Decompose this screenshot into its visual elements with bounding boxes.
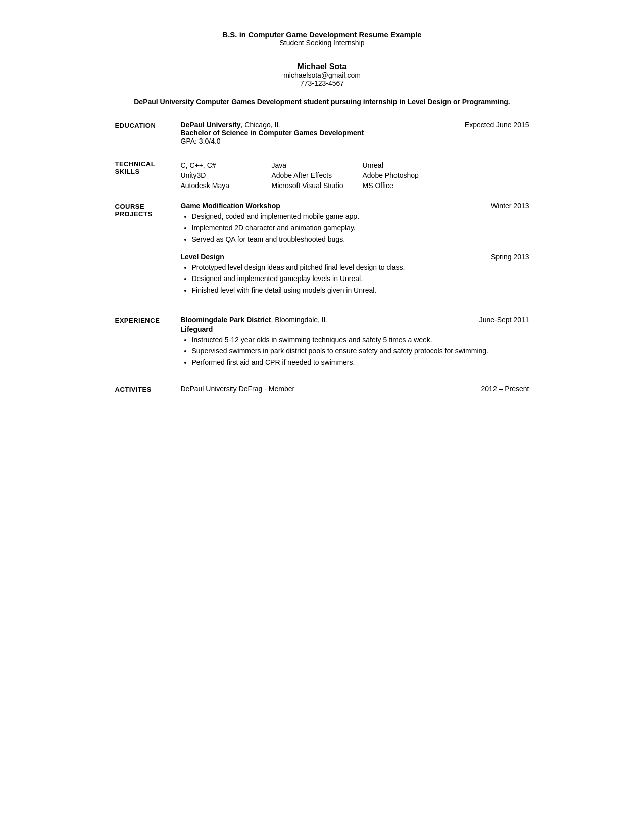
skill-java: Java [272,161,363,169]
candidate-email: michaelsota@gmail.com [115,71,529,79]
project-bullet-2-2: Designed and implemented gameplay levels… [192,274,529,284]
project-title-1: Game Modification Workshop [181,202,280,210]
project-date-1: Winter 2013 [491,202,529,210]
exp-bullets: Instructed 5-12 year olds in swimming te… [181,335,529,368]
skill-aftereffects: Adobe After Effects [272,171,363,179]
edu-school: DePaul University, Chicago, IL [181,121,281,129]
resume-page: B.S. in Computer Game Development Resume… [95,0,550,834]
project-bullets-2: Prototyped level design ideas and pitche… [181,263,529,296]
exp-job-title: Lifeguard [181,325,529,333]
skill-photoshop: Adobe Photoshop [363,171,454,179]
skill-unity: Unity3D [181,171,272,179]
skills-section: TECHNICAL SKILLS C, C++, C# Unity3D Auto… [115,159,529,190]
project-header-1: Game Modification Workshop Winter 2013 [181,202,529,210]
skills-col-2: Java Adobe After Effects Microsoft Visua… [272,161,363,190]
edu-gpa: GPA: 3.0/4.0 [181,137,529,145]
project-entry-2: Level Design Spring 2013 Prototyped leve… [181,253,529,296]
objective-section: DePaul University Computer Games Develop… [115,98,529,106]
exp-date: June-Sept 2011 [479,316,529,324]
activity-date-1: 2012 – Present [481,385,529,393]
candidate-name: Michael Sota [115,62,529,71]
exp-company: Bloomingdale Park District, Bloomingdale… [181,316,328,324]
skill-maya: Autodesk Maya [181,181,272,190]
education-section: EDUCATION DePaul University, Chicago, IL… [115,121,529,147]
activities-content: DePaul University DeFrag - Member 2012 –… [181,385,529,393]
exp-bullet-3: Performed first aid and CPR if needed to… [192,358,529,368]
skills-label: TECHNICAL SKILLS [115,159,181,190]
skills-label-line2: SKILLS [115,168,181,175]
experience-entry: Bloomingdale Park District, Bloomingdale… [181,316,529,368]
skills-col-1: C, C++, C# Unity3D Autodesk Maya [181,161,272,190]
projects-content: Game Modification Workshop Winter 2013 D… [181,202,529,304]
skills-grid: C, C++, C# Unity3D Autodesk Maya Java Ad… [181,161,529,190]
skill-visualstudio: Microsoft Visual Studio [272,181,363,190]
name-section: Michael Sota michaelsota@gmail.com 773-1… [115,62,529,87]
project-date-2: Spring 2013 [491,253,529,261]
activities-section: ACTIVITES DePaul University DeFrag - Mem… [115,385,529,393]
edu-school-bold: DePaul University [181,121,241,129]
edu-degree: Bachelor of Science in Computer Games De… [181,129,529,137]
education-content: DePaul University, Chicago, IL Expected … [181,121,529,147]
education-label: EDUCATION [115,121,181,147]
project-title-2: Level Design [181,253,224,261]
resume-subtitle: Student Seeking Internship [115,39,529,47]
header-section: B.S. in Computer Game Development Resume… [115,30,529,47]
projects-label: COURSE PROJECTS [115,202,181,304]
activity-row-1: DePaul University DeFrag - Member 2012 –… [181,385,529,393]
skills-label-line1: TECHNICAL [115,160,181,168]
resume-title: B.S. in Computer Game Development Resume… [115,30,529,39]
experience-section: EXPERIENCE Bloomingdale Park District, B… [115,316,529,373]
project-bullets-1: Designed, coded and implemented mobile g… [181,212,529,245]
edu-header: DePaul University, Chicago, IL Expected … [181,121,529,129]
project-bullet-1-1: Designed, coded and implemented mobile g… [192,212,529,222]
projects-label-line2: PROJECTS [115,210,181,218]
exp-bullet-1: Instructed 5-12 year olds in swimming te… [192,335,529,345]
exp-company-rest: , Bloomingdale, IL [271,316,327,324]
activities-label: ACTIVITES [115,385,181,393]
skill-unreal: Unreal [363,161,454,169]
candidate-phone: 773-123-4567 [115,79,529,87]
experience-label: EXPERIENCE [115,316,181,373]
skills-col-3: Unreal Adobe Photoshop MS Office [363,161,454,190]
skill-c: C, C++, C# [181,161,272,169]
project-bullet-2-3: Finished level with fine detail using mo… [192,286,529,296]
projects-section: COURSE PROJECTS Game Modification Worksh… [115,202,529,304]
projects-label-line1: COURSE [115,203,181,210]
skills-content: C, C++, C# Unity3D Autodesk Maya Java Ad… [181,159,529,190]
project-bullet-2-1: Prototyped level design ideas and pitche… [192,263,529,273]
project-bullet-1-3: Served as QA for team and troubleshooted… [192,235,529,245]
activity-name-1: DePaul University DeFrag - Member [181,385,295,393]
education-entry: DePaul University, Chicago, IL Expected … [181,121,529,145]
experience-content: Bloomingdale Park District, Bloomingdale… [181,316,529,373]
skill-msoffice: MS Office [363,181,454,190]
edu-date: Expected June 2015 [465,121,529,129]
edu-school-rest: , Chicago, IL [241,121,281,129]
exp-bullet-2: Supervised swimmers in park district poo… [192,346,529,356]
project-entry-1: Game Modification Workshop Winter 2013 D… [181,202,529,245]
exp-header: Bloomingdale Park District, Bloomingdale… [181,316,529,324]
project-bullet-1-2: Implemented 2D character and animation g… [192,223,529,234]
resume-body: EDUCATION DePaul University, Chicago, IL… [115,121,529,405]
project-header-2: Level Design Spring 2013 [181,253,529,261]
objective-text: DePaul University Computer Games Develop… [134,98,510,106]
exp-company-bold: Bloomingdale Park District [181,316,271,324]
